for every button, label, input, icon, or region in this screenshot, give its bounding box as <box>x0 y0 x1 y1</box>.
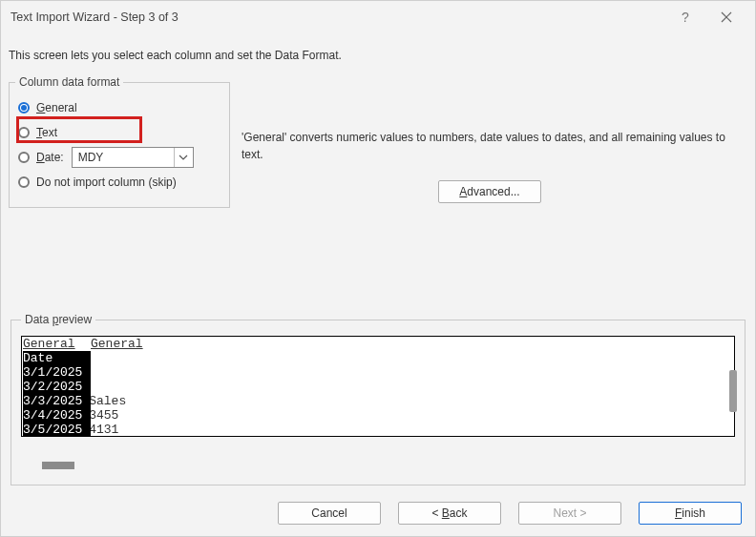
preview-hscroll[interactable] <box>21 462 735 471</box>
help-button[interactable]: ? <box>663 3 705 31</box>
radio-skip-label: Do not import column (skip) <box>36 176 177 189</box>
radio-icon <box>17 126 31 139</box>
preview-vscroll-thumb[interactable] <box>729 370 737 412</box>
titlebar: Text Import Wizard - Step 3 of 3 ? <box>1 1 755 33</box>
radio-general[interactable]: General <box>17 98 221 117</box>
preview-row: 3/1/2025 3455 <box>22 408 734 423</box>
radio-text-label: Text <box>36 126 57 139</box>
radio-text[interactable]: Text <box>17 123 221 142</box>
right-pane: 'General' converts numeric values to num… <box>242 129 738 203</box>
preview-hscroll-thumb[interactable] <box>42 462 74 469</box>
preview-row: 3/2/2025 4131 <box>22 423 734 437</box>
date-order-combo[interactable]: MDY <box>72 147 194 168</box>
radio-date-label: Date: <box>36 151 64 164</box>
next-button: Next > <box>518 502 621 525</box>
intro-text: This screen lets you select each column … <box>9 49 747 62</box>
close-button[interactable] <box>705 3 747 31</box>
finish-button[interactable]: Finish <box>639 502 742 525</box>
preview-col-header[interactable]: General <box>22 337 90 351</box>
chevron-down-icon <box>174 148 193 167</box>
preview-row: Date Sales <box>22 394 734 408</box>
preview-grid[interactable]: GeneralGeneral Date 3/1/2025 3/2/2025 3/… <box>21 336 735 456</box>
data-preview-group: Data preview GeneralGeneral Date 3/1/202… <box>10 313 746 485</box>
close-icon <box>721 11 732 23</box>
data-preview-legend: Data preview <box>21 313 95 326</box>
date-order-value: MDY <box>73 151 174 164</box>
preview-col-header[interactable]: General <box>90 337 734 351</box>
radio-icon <box>17 101 31 114</box>
column-data-format-group: Column data format General Text Date: <box>9 75 230 208</box>
back-button[interactable]: < Back <box>398 502 501 525</box>
radio-date[interactable]: Date: MDY <box>17 148 221 167</box>
radio-general-label: General <box>36 101 77 114</box>
radio-icon <box>17 176 31 189</box>
window-title: Text Import Wizard - Step 3 of 3 <box>10 10 663 24</box>
footer-buttons: Cancel < Back Next > Finish <box>1 502 755 530</box>
svg-text:?: ? <box>682 10 689 24</box>
radio-icon <box>17 151 31 164</box>
advanced-button[interactable]: Advanced... <box>438 180 541 203</box>
radio-skip[interactable]: Do not import column (skip) <box>17 173 221 192</box>
format-hint: 'General' converts numeric values to num… <box>242 129 738 163</box>
column-data-format-legend: Column data format <box>15 75 123 89</box>
cancel-button[interactable]: Cancel <box>278 502 381 525</box>
